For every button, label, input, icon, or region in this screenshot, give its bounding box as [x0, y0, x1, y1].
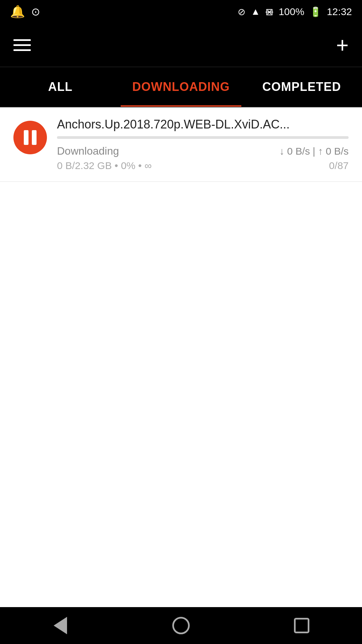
home-icon	[172, 617, 190, 634]
download-peers: 0/87	[329, 160, 349, 171]
speed-info: ↓ 0 B/s | ↑ 0 B/s	[279, 146, 349, 157]
download-speed: 0 B/s	[287, 146, 310, 157]
menu-line-1	[13, 39, 31, 41]
wifi-icon: ▲	[251, 6, 260, 17]
sync-icon: ⊙	[31, 5, 40, 18]
back-icon	[54, 617, 67, 634]
download-status-text: Downloading	[57, 145, 119, 157]
tab-completed[interactable]: COMPLETED	[241, 67, 362, 107]
download-eta: ∞	[144, 160, 152, 171]
app-bar: +	[0, 23, 362, 67]
download-size-row: 0 B/2.32 GB • 0% • ∞ 0/87	[57, 160, 349, 171]
pause-icon	[24, 130, 37, 145]
tab-downloading-label: DOWNLOADING	[132, 80, 230, 94]
tab-downloading[interactable]: DOWNLOADING	[121, 67, 241, 107]
download-info: Anchors.Up.2018.720p.WEB-DL.XviD.AC... D…	[57, 117, 349, 171]
add-button[interactable]: +	[336, 35, 349, 56]
tab-completed-label: COMPLETED	[262, 80, 341, 94]
size-total: 2.32 GB	[75, 160, 112, 171]
bottom-nav	[0, 607, 362, 644]
download-item[interactable]: Anchors.Up.2018.720p.WEB-DL.XviD.AC... D…	[0, 107, 362, 182]
download-arrow: ↓	[279, 146, 284, 157]
download-filename: Anchors.Up.2018.720p.WEB-DL.XviD.AC...	[57, 117, 342, 131]
clock: 12:32	[327, 6, 352, 17]
size-current: 0 B	[57, 160, 72, 171]
status-bar: 🔔 ⊙ ⊘ ▲ ⊠ 100% 🔋 12:32	[0, 0, 362, 23]
upload-arrow: ↑	[318, 146, 323, 157]
notification-icon: 🔔	[10, 5, 25, 19]
battery-icon: 🔋	[310, 6, 321, 17]
tab-all[interactable]: ALL	[0, 67, 121, 107]
do-not-disturb-icon: ⊘	[238, 6, 245, 17]
pause-button[interactable]	[13, 121, 47, 154]
download-size-text: 0 B/2.32 GB • 0% • ∞	[57, 160, 152, 171]
home-button[interactable]	[168, 612, 194, 639]
menu-button[interactable]	[13, 39, 31, 51]
pause-bar-right	[32, 130, 37, 145]
download-status-row: Downloading ↓ 0 B/s | ↑ 0 B/s	[57, 145, 349, 157]
signal-icon: ⊠	[265, 6, 273, 17]
recents-button[interactable]	[288, 612, 315, 639]
menu-line-3	[13, 49, 31, 51]
download-percent: 0%	[121, 160, 135, 171]
battery-percent: 100%	[279, 6, 304, 17]
progress-bar-container	[57, 136, 349, 139]
speed-separator: |	[313, 146, 315, 157]
content-area: Anchors.Up.2018.720p.WEB-DL.XviD.AC... D…	[0, 107, 362, 182]
pause-bar-left	[24, 130, 28, 145]
tab-all-label: ALL	[48, 80, 73, 94]
recents-icon	[294, 618, 309, 633]
menu-line-2	[13, 44, 31, 46]
status-bar-left: 🔔 ⊙	[10, 5, 40, 19]
tab-bar: ALL DOWNLOADING COMPLETED	[0, 67, 362, 107]
back-button[interactable]	[47, 612, 74, 639]
status-bar-right: ⊘ ▲ ⊠ 100% 🔋 12:32	[238, 6, 352, 17]
upload-speed: 0 B/s	[326, 146, 349, 157]
